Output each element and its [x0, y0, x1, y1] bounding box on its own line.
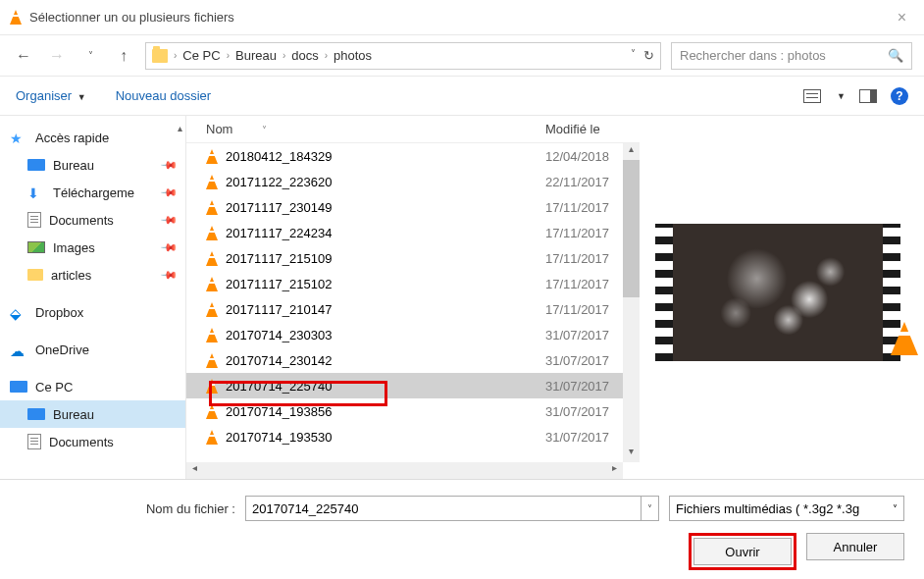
download-icon: ⬇: [27, 185, 45, 199]
sidebar-onedrive[interactable]: ☁OneDrive: [0, 336, 185, 363]
video-thumbnail: [655, 224, 900, 361]
vlc-overlay-icon: [891, 322, 918, 355]
sidebar-item-articles[interactable]: articles📌: [0, 261, 185, 289]
search-icon: 🔍: [888, 48, 903, 63]
filename-input[interactable]: [245, 496, 642, 521]
file-row[interactable]: 20171122_22362022/11/2017: [186, 169, 640, 194]
filetype-filter[interactable]: Fichiers multimédias ( *.3g2 *.3g˅: [669, 496, 904, 521]
sidebar-item-bureau-pc[interactable]: Bureau: [0, 400, 185, 428]
scroll-up-icon[interactable]: ▴: [623, 143, 640, 160]
file-date: 17/11/2017: [545, 251, 624, 266]
sidebar-cepc[interactable]: Ce PC: [0, 373, 185, 400]
sidebar-item-images[interactable]: Images📌: [0, 234, 185, 261]
column-name[interactable]: Nom˅: [206, 122, 545, 136]
help-icon[interactable]: ?: [891, 87, 908, 105]
sidebar-scroll-up[interactable]: ▴: [174, 116, 185, 139]
cancel-button[interactable]: Annuler: [806, 533, 904, 560]
file-date: 31/07/2017: [545, 404, 624, 419]
file-row[interactable]: 20171117_21014717/11/2017: [186, 296, 640, 322]
new-folder-button[interactable]: Nouveau dossier: [116, 88, 212, 103]
breadcrumb-dropdown-icon[interactable]: ˅: [631, 48, 636, 63]
sidebar-item-documents-pc[interactable]: Documents: [0, 428, 185, 455]
vlc-icon: [206, 430, 218, 445]
crumb-docs[interactable]: docs: [291, 48, 318, 63]
file-date: 31/07/2017: [545, 379, 624, 394]
window-title: Sélectionner un ou plusieurs fichiers: [29, 10, 234, 25]
close-icon[interactable]: ×: [890, 5, 914, 30]
pc-icon: [10, 381, 27, 393]
file-name: 20171122_223620: [226, 175, 332, 189]
view-icon[interactable]: [803, 89, 821, 103]
file-name: 20170714_193530: [226, 430, 332, 445]
file-name: 20180412_184329: [226, 149, 332, 164]
sidebar-item-bureau[interactable]: Bureau📌: [0, 151, 185, 179]
scroll-down-icon[interactable]: ▾: [623, 446, 640, 462]
file-row[interactable]: 20171117_23014917/11/2017: [186, 194, 640, 220]
back-button[interactable]: ←: [12, 47, 35, 65]
open-button[interactable]: Ouvrir: [693, 538, 792, 565]
file-name: 20170714_230142: [226, 353, 332, 368]
sidebar-dropbox[interactable]: ⬙Dropbox: [0, 298, 185, 326]
sidebar-item-downloads[interactable]: ⬇Téléchargeme📌: [0, 179, 185, 206]
title-bar: Sélectionner un ou plusieurs fichiers ×: [0, 0, 924, 35]
highlight-annotation: Ouvrir: [689, 533, 796, 570]
main-area: ▴ ★Accès rapide Bureau📌 ⬇Téléchargeme📌 D…: [0, 116, 924, 479]
file-name: 20171117_210147: [226, 302, 332, 317]
filename-label: Nom du fichier :: [20, 501, 235, 516]
chevron-down-icon[interactable]: ˅: [78, 50, 102, 61]
refresh-icon[interactable]: ↻: [643, 48, 654, 63]
onedrive-icon: ☁: [10, 342, 27, 356]
horizontal-scrollbar[interactable]: ◂ ▸: [186, 462, 623, 479]
view-dropdown-icon[interactable]: ▼: [837, 91, 846, 101]
file-date: 17/11/2017: [545, 200, 624, 215]
up-button[interactable]: ↑: [112, 47, 135, 65]
file-row[interactable]: 20171117_21510217/11/2017: [186, 271, 640, 296]
document-icon: [27, 434, 41, 449]
pin-icon: 📌: [159, 265, 178, 284]
scroll-thumb[interactable]: [623, 160, 640, 297]
vlc-icon: [206, 328, 218, 342]
sidebar-item-documents[interactable]: Documents📌: [0, 206, 185, 234]
pin-icon: 📌: [159, 155, 178, 174]
vlc-icon: [206, 226, 218, 240]
file-row[interactable]: 20170714_22574031/07/2017: [186, 373, 640, 398]
column-headers[interactable]: Nom˅ Modifié le: [186, 116, 640, 143]
vertical-scrollbar[interactable]: ▴ ▾: [623, 143, 640, 462]
file-name: 20171117_230149: [226, 200, 332, 215]
chevron-right-icon: ›: [174, 50, 177, 61]
file-row[interactable]: 20171117_22423417/11/2017: [186, 220, 640, 245]
file-name: 20170714_230303: [226, 328, 332, 342]
column-modified[interactable]: Modifié le: [545, 122, 624, 136]
crumb-cepc[interactable]: Ce PC: [182, 48, 220, 63]
file-list: Nom˅ Modifié le 20180412_18432912/04/201…: [186, 116, 640, 479]
sidebar-quick-access[interactable]: ★Accès rapide: [0, 124, 185, 151]
search-placeholder: Rechercher dans : photos: [680, 48, 826, 63]
scroll-left-icon[interactable]: ◂: [186, 462, 203, 479]
sidebar: ▴ ★Accès rapide Bureau📌 ⬇Téléchargeme📌 D…: [0, 116, 186, 479]
file-row[interactable]: 20171117_21510917/11/2017: [186, 245, 640, 271]
search-input[interactable]: Rechercher dans : photos 🔍: [671, 42, 912, 70]
preview-pane-icon[interactable]: [859, 89, 877, 103]
forward-button[interactable]: →: [45, 47, 69, 65]
vlc-icon: [206, 277, 218, 291]
filename-dropdown-icon[interactable]: ˅: [642, 496, 659, 521]
vlc-icon: [206, 379, 218, 394]
file-name: 20171117_224234: [226, 226, 332, 240]
preview-pane: [640, 116, 924, 479]
bottom-bar: Nom du fichier : ˅ Fichiers multimédias …: [0, 479, 924, 579]
folder-icon: [27, 269, 43, 281]
breadcrumb[interactable]: › Ce PC › Bureau › docs › photos ˅ ↻: [145, 42, 661, 70]
file-row[interactable]: 20170714_19385631/07/2017: [186, 398, 640, 424]
file-row[interactable]: 20170714_23030331/07/2017: [186, 322, 640, 347]
file-row[interactable]: 20170714_19353031/07/2017: [186, 424, 640, 449]
crumb-bureau[interactable]: Bureau: [235, 48, 277, 63]
pin-icon: 📌: [159, 183, 178, 201]
vlc-icon: [206, 353, 218, 368]
crumb-photos[interactable]: photos: [334, 48, 372, 63]
nav-bar: ← → ˅ ↑ › Ce PC › Bureau › docs › photos…: [0, 35, 924, 77]
organize-menu[interactable]: Organiser ▼: [16, 88, 86, 103]
document-icon: [27, 212, 41, 228]
scroll-right-icon[interactable]: ▸: [606, 462, 623, 479]
file-row[interactable]: 20180412_18432912/04/2018: [186, 143, 640, 169]
file-row[interactable]: 20170714_23014231/07/2017: [186, 347, 640, 373]
